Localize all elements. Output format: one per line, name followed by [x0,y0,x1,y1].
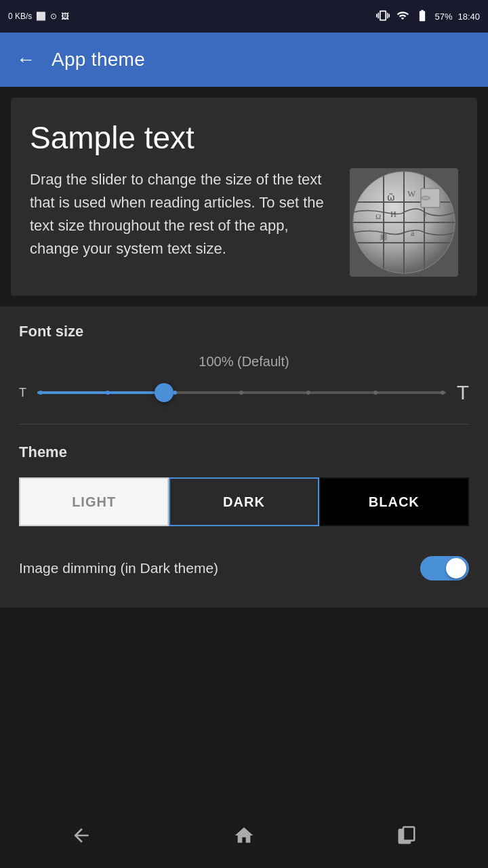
slider-dot-5 [306,391,310,395]
status-right: 57% 18:40 [376,9,480,24]
nav-recents-button[interactable] [386,815,427,856]
preview-text: Drag the slider to change the size of th… [30,168,339,260]
slider-row: T T [19,380,469,405]
slider-dots [37,391,446,395]
vibrate-icon [376,9,390,24]
svg-text:W: W [407,189,416,199]
divider-1 [19,424,469,425]
bottom-nav [0,803,488,868]
slider-dot-2 [106,391,110,395]
theme-button-dark[interactable]: DARK [169,477,319,526]
nav-home-button[interactable] [224,815,264,856]
toggle-knob [446,558,466,578]
slider-dot-3 [173,391,177,395]
theme-buttons: LIGHT DARK BLACK [19,477,469,526]
status-bar: 0 KB/s ⬜ ⊙ 🖼 57% 18:40 [0,0,488,33]
image-icon: 🖼 [61,12,69,21]
preview-title: Sample text [30,119,458,156]
slider-track [37,391,446,394]
wifi-icon [395,9,410,24]
preview-body: Drag the slider to change the size of th… [30,168,458,277]
data-speed: 0 KB/s [8,12,32,21]
shazam-icon: ⊙ [50,12,57,21]
font-size-label: Font size [19,323,469,340]
svg-text:維: 維 [380,233,388,241]
image-dimming-toggle[interactable] [420,556,469,580]
image-dimming-row: Image dimming (in Dark theme) [19,545,469,591]
font-size-slider[interactable] [37,380,446,405]
font-size-value: 100% (Default) [19,354,469,370]
font-size-section: Font size 100% (Default) T [19,323,469,405]
svg-rect-17 [403,827,414,841]
theme-button-light[interactable]: LIGHT [19,477,169,526]
slider-dot-1 [39,391,43,395]
slider-dot-7 [441,391,445,395]
svg-text:ā: ā [411,229,415,238]
bottom-nav-spacer [0,608,488,673]
slider-dot-6 [373,391,378,395]
app-bar: ← App theme [0,33,488,87]
time: 18:40 [458,12,480,22]
svg-text:И: И [390,210,396,219]
slider-t-small: T [19,386,26,400]
back-button[interactable]: ← [16,49,35,71]
app-bar-title: App theme [52,49,145,71]
theme-section: Theme LIGHT DARK BLACK [19,443,469,526]
main-content: Font size 100% (Default) T [0,307,488,608]
slider-t-large: T [457,381,469,404]
battery-percent: 57% [434,12,452,22]
image-dimming-label: Image dimming (in Dark theme) [19,560,218,576]
theme-button-black[interactable]: BLACK [319,477,469,526]
svg-text:ῶ: ῶ [387,193,395,203]
preview-card: Sample text Drag the slider to change th… [11,98,477,296]
slider-dot-4 [239,391,243,395]
wikipedia-globe-image: ῶ W Ω И 維 ā 7 [350,168,458,277]
theme-label: Theme [19,443,469,461]
svg-text:Ω: Ω [375,212,381,220]
svg-text:7: 7 [423,212,427,220]
battery-icon [415,9,429,24]
status-left: 0 KB/s ⬜ ⊙ 🖼 [8,12,69,21]
nav-back-button[interactable] [61,815,102,856]
signal-icon: ⬜ [36,12,46,21]
